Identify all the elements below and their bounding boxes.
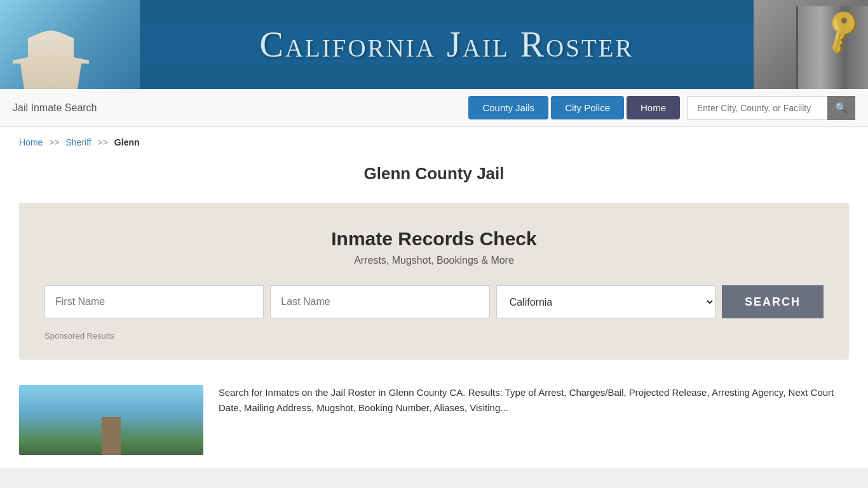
breadcrumb: Home >> Sheriff >> Glenn <box>0 127 868 158</box>
breadcrumb-separator-1: >> <box>49 137 59 147</box>
breadcrumb-current: Glenn <box>114 137 140 147</box>
breadcrumb-sheriff-link[interactable]: Sheriff <box>66 137 92 147</box>
banner-right-image <box>754 0 868 89</box>
inmate-search-subtitle: Arrests, Mugshot, Bookings & More <box>44 255 824 266</box>
navigation-bar: Jail Inmate Search County Jails City Pol… <box>0 89 868 127</box>
state-select[interactable]: AlabamaAlaskaArizonaArkansasCaliforniaCo… <box>496 285 715 318</box>
breadcrumb-home-link[interactable]: Home <box>19 137 43 147</box>
bottom-facility-image <box>19 385 203 455</box>
banner-title: California Jail Roster <box>259 24 634 65</box>
last-name-input[interactable] <box>270 285 489 318</box>
city-police-button[interactable]: City Police <box>551 96 624 119</box>
inmate-search-box: Inmate Records Check Arrests, Mugshot, B… <box>19 203 849 360</box>
first-name-input[interactable] <box>44 285 264 318</box>
nav-search-button[interactable]: 🔍 <box>827 96 855 120</box>
bottom-description: Search for Inmates on the Jail Roster in… <box>219 385 849 455</box>
search-button[interactable]: SEARCH <box>722 285 824 318</box>
county-jails-button[interactable]: County Jails <box>468 96 548 119</box>
main-content: Home >> Sheriff >> Glenn Glenn County Ja… <box>0 127 868 468</box>
breadcrumb-separator-2: >> <box>98 137 108 147</box>
search-form: AlabamaAlaskaArizonaArkansasCaliforniaCo… <box>44 285 824 318</box>
banner-center: California Jail Roster <box>140 24 754 65</box>
nav-search-bar: 🔍 <box>688 96 855 120</box>
sponsored-results-label: Sponsored Results <box>44 331 824 341</box>
page-title: Glenn County Jail <box>0 158 868 196</box>
nav-buttons: County Jails City Police Home 🔍 <box>468 96 855 120</box>
banner-left-image <box>0 0 140 89</box>
nav-search-input[interactable] <box>688 96 827 120</box>
home-button[interactable]: Home <box>627 96 680 119</box>
header-banner: California Jail Roster <box>0 0 868 89</box>
bottom-section: Search for Inmates on the Jail Roster in… <box>0 372 868 468</box>
inmate-search-title: Inmate Records Check <box>44 228 824 250</box>
nav-brand-label: Jail Inmate Search <box>13 102 468 114</box>
search-icon: 🔍 <box>835 102 848 113</box>
